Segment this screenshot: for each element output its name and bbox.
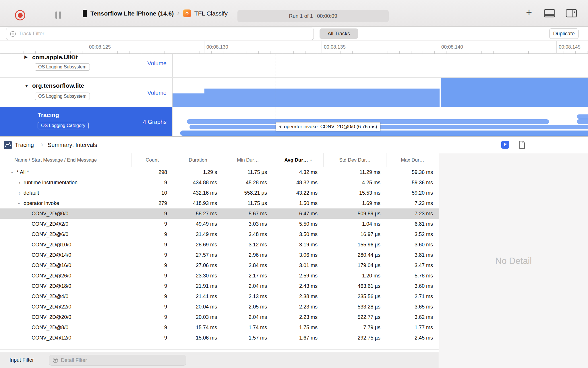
interval-bar[interactable] bbox=[189, 125, 588, 129]
track-lane-tensorflow[interactable] bbox=[173, 78, 588, 107]
row-name: default bbox=[24, 190, 39, 196]
max-duration-cell: 3.81 ms bbox=[386, 252, 439, 258]
column-header-avg-dur[interactable]: Avg Dur…› bbox=[273, 153, 323, 167]
toggle-bottom-panel-button[interactable] bbox=[544, 9, 555, 19]
column-header-max-dur[interactable]: Max Dur… bbox=[386, 153, 439, 167]
disclosure-open-icon[interactable]: › bbox=[10, 170, 15, 175]
instruments-window: Tensorflow Lite iPhone (14.6) › TFL Clas… bbox=[0, 0, 588, 368]
row-name: * All * bbox=[17, 169, 29, 175]
avg-duration-cell: 1.75 ms bbox=[273, 325, 323, 331]
ruler-separator bbox=[556, 41, 557, 54]
table-row[interactable]: ›* All *2981.29 s11.75 µs4.32 ms11.29 ms… bbox=[0, 167, 439, 177]
summary-table-body: ›* All *2981.29 s11.75 µs4.32 ms11.29 ms… bbox=[0, 167, 439, 343]
breadcrumb-view[interactable]: Summary: Intervals bbox=[48, 142, 97, 148]
table-row[interactable]: CONV_2D@26/0923.30 ms2.17 ms2.59 ms1.20 … bbox=[0, 271, 439, 281]
add-instrument-button[interactable]: + bbox=[526, 6, 532, 18]
track-head-tensorflow[interactable]: ▼ org.tensorflow.lite OS Logging Subsyst… bbox=[0, 78, 173, 107]
detail-filter-field[interactable] bbox=[49, 355, 186, 366]
name-cell: ›default bbox=[0, 190, 131, 196]
toggle-right-panel-button[interactable] bbox=[566, 9, 577, 19]
track-filter-input[interactable] bbox=[19, 31, 310, 37]
table-row[interactable]: CONV_2D@12/0915.06 ms1.57 ms1.67 ms292.7… bbox=[0, 333, 439, 343]
disclosure-closed-icon[interactable]: › bbox=[17, 180, 22, 185]
chevron-right-icon: › bbox=[41, 141, 43, 149]
table-row[interactable]: CONV_2D@22/0920.04 ms2.05 ms2.23 ms533.2… bbox=[0, 302, 439, 312]
name-cell: CONV_2D@0/0 bbox=[0, 211, 131, 217]
table-row[interactable]: ›default10432.16 ms558.21 µs43.22 ms15.5… bbox=[0, 188, 439, 198]
disclosure-open-icon[interactable]: › bbox=[17, 201, 22, 206]
disclosure-open-icon[interactable]: ▼ bbox=[24, 83, 29, 88]
column-header-min-dur[interactable]: Min Dur… bbox=[223, 153, 273, 167]
interval-bar[interactable] bbox=[577, 114, 588, 119]
run-status-text: Run 1 of 1 | 00:00:09 bbox=[289, 13, 337, 19]
count-cell: 298 bbox=[131, 169, 173, 175]
max-duration-cell: 3.62 ms bbox=[386, 314, 439, 320]
all-tracks-button[interactable]: All Tracks bbox=[320, 28, 358, 39]
volume-graph-segment bbox=[441, 78, 588, 107]
sort-chevron-down-icon: › bbox=[308, 159, 314, 161]
timeline-ruler[interactable]: 00:08.12500:08.13000:08.13500:08.14000:0… bbox=[0, 41, 588, 54]
table-row[interactable]: CONV_2D@2/0949.49 ms3.03 ms5.50 ms1.04 m… bbox=[0, 219, 439, 229]
table-row[interactable]: CONV_2D@14/0927.57 ms2.96 ms3.06 ms280.4… bbox=[0, 250, 439, 260]
table-row[interactable]: CONV_2D@20/0920.03 ms2.04 ms2.23 ms522.7… bbox=[0, 312, 439, 322]
min-duration-cell: 5.67 ms bbox=[223, 211, 273, 217]
count-cell: 9 bbox=[131, 335, 173, 341]
track-row-uikit[interactable]: ▶ com.apple.UIKit OS Logging Subsystem V… bbox=[0, 54, 588, 78]
table-row[interactable]: ›operator invoke279418.93 ms11.75 µs1.50… bbox=[0, 198, 439, 208]
row-name: CONV_2D@8/0 bbox=[32, 325, 68, 331]
pause-icon bbox=[55, 12, 57, 19]
track-title: com.apple.UIKit bbox=[32, 54, 78, 61]
min-duration-cell: 11.75 µs bbox=[223, 200, 273, 206]
avg-duration-cell: 2.38 ms bbox=[273, 294, 323, 300]
max-duration-cell: 3.47 ms bbox=[386, 262, 439, 269]
track-head-uikit[interactable]: ▶ com.apple.UIKit OS Logging Subsystem V… bbox=[0, 54, 173, 77]
count-cell: 9 bbox=[131, 273, 173, 279]
name-cell: CONV_2D@4/0 bbox=[0, 294, 131, 300]
column-header-name-start-message-end-message[interactable]: Name / Start Message / End Message bbox=[0, 153, 131, 167]
track-row-tracing[interactable]: Tracing OS Logging Category 4 Graphs bbox=[0, 107, 588, 136]
track-badge: OS Logging Category bbox=[38, 122, 89, 129]
track-row-tensorflow[interactable]: ▼ org.tensorflow.lite OS Logging Subsyst… bbox=[0, 78, 588, 107]
table-row[interactable]: CONV_2D@0/0958.27 ms5.67 ms6.47 ms509.89… bbox=[0, 208, 439, 219]
table-row[interactable]: CONV_2D@18/0921.91 ms2.04 ms2.43 ms463.6… bbox=[0, 281, 439, 291]
column-label: Std Dev Dur… bbox=[339, 157, 371, 163]
name-cell: CONV_2D@18/0 bbox=[0, 283, 131, 289]
document-icon[interactable] bbox=[519, 141, 525, 150]
interval-bar[interactable] bbox=[180, 131, 588, 136]
table-row[interactable]: CONV_2D@10/0928.69 ms3.12 ms3.19 ms155.9… bbox=[0, 239, 439, 250]
track-filter-field[interactable] bbox=[6, 28, 314, 40]
std-dev-duration-cell: 509.89 µs bbox=[323, 211, 386, 217]
max-duration-cell: 3.60 ms bbox=[386, 283, 439, 289]
bottom-filter-bar: Input Filter bbox=[0, 352, 439, 368]
duration-cell: 27.57 ms bbox=[173, 252, 223, 258]
table-row[interactable]: CONV_2D@16/0927.06 ms2.84 ms3.01 ms179.0… bbox=[0, 260, 439, 271]
column-header-duration[interactable]: Duration bbox=[173, 153, 223, 167]
min-duration-cell: 3.03 ms bbox=[223, 221, 273, 227]
track-lane-tracing[interactable] bbox=[173, 107, 588, 136]
disclosure-closed-icon[interactable]: ▶ bbox=[24, 54, 28, 60]
min-duration-cell: 2.04 ms bbox=[223, 283, 273, 289]
expanded-detail-button[interactable]: E bbox=[501, 141, 509, 149]
interval-bar[interactable] bbox=[577, 119, 588, 124]
table-row[interactable]: CONV_2D@8/0915.74 ms1.74 ms1.75 ms7.79 µ… bbox=[0, 322, 439, 333]
column-header-count[interactable]: Count bbox=[131, 153, 173, 167]
std-dev-duration-cell: 533.28 µs bbox=[323, 304, 386, 310]
detail-filter-input[interactable] bbox=[61, 357, 183, 363]
table-row[interactable]: ›runtime instrumentation9434.88 ms45.28 … bbox=[0, 177, 439, 188]
max-duration-cell: 2.45 ms bbox=[386, 335, 439, 341]
record-button[interactable] bbox=[15, 10, 25, 20]
breadcrumb-instrument[interactable]: Tracing bbox=[15, 142, 34, 148]
tfl-app-icon bbox=[183, 9, 191, 17]
track-head-tracing[interactable]: Tracing OS Logging Category 4 Graphs bbox=[0, 107, 173, 136]
disclosure-closed-icon[interactable]: › bbox=[17, 190, 22, 195]
pause-button[interactable] bbox=[55, 12, 61, 19]
min-duration-cell: 3.12 ms bbox=[223, 242, 273, 248]
track-lane-uikit[interactable] bbox=[173, 54, 588, 77]
column-header-std-dev-dur[interactable]: Std Dev Dur… bbox=[323, 153, 386, 167]
duplicate-button[interactable]: Duplicate bbox=[549, 28, 579, 39]
duration-cell: 432.16 ms bbox=[173, 190, 223, 196]
target-selector[interactable]: Tensorflow Lite iPhone (14.6) › TFL Clas… bbox=[83, 0, 228, 27]
table-row[interactable]: CONV_2D@6/0931.49 ms3.48 ms3.50 ms16.97 … bbox=[0, 229, 439, 239]
ruler-separator bbox=[322, 41, 322, 54]
table-row[interactable]: CONV_2D@4/0921.41 ms2.13 ms2.38 ms235.56… bbox=[0, 291, 439, 302]
